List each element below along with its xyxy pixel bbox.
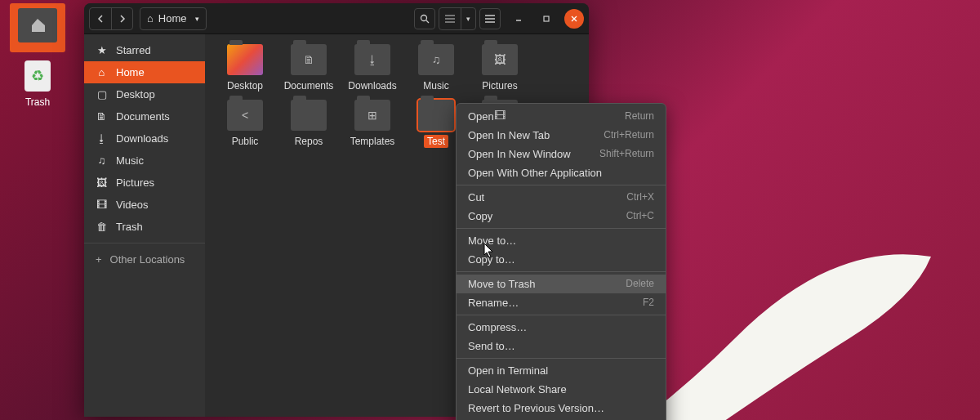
menu-item-open-in-terminal[interactable]: Open in Terminal: [457, 361, 666, 380]
maximize-button[interactable]: [537, 9, 556, 29]
menu-separator: [457, 358, 666, 359]
desktop-trash-label: Trash: [10, 96, 65, 108]
view-controls: ▾: [439, 7, 476, 30]
titlebar: ⌂ Home ▾ ▾: [84, 3, 589, 34]
close-button[interactable]: [564, 9, 584, 29]
search-button[interactable]: [414, 8, 435, 29]
svg-rect-9: [544, 16, 549, 21]
folder-icon: [227, 44, 263, 75]
folder-music[interactable]: ♫Music: [404, 44, 468, 92]
folder-label: Pictures: [482, 80, 517, 92]
folder-downloads[interactable]: ⭳Downloads: [341, 44, 404, 92]
menu-item-label: Cut: [468, 191, 484, 203]
folder-pictures[interactable]: 🖼Pictures: [468, 44, 532, 92]
menu-item-open-in-new-window[interactable]: Open In New WindowShift+Return: [457, 145, 666, 163]
folder-icon: 🗎: [291, 44, 327, 75]
menu-separator: [457, 271, 666, 272]
folder-documents[interactable]: 🗎Documents: [277, 44, 341, 92]
back-button[interactable]: [90, 8, 111, 29]
sidebar-separator: [84, 243, 205, 244]
hamburger-button[interactable]: [479, 8, 501, 29]
home-icon: ⌂: [96, 66, 108, 78]
menu-item-move-to[interactable]: Move to…: [457, 231, 666, 250]
menu-item-shortcut: Ctrl+X: [626, 191, 654, 203]
menu-item-shortcut: Delete: [626, 278, 654, 290]
star-icon: ★: [96, 44, 108, 56]
menu-item-copy-to[interactable]: Copy to…: [457, 250, 666, 269]
menu-item-compress[interactable]: Compress…: [457, 318, 666, 337]
menu-item-label: Open: [468, 110, 494, 123]
forward-button[interactable]: [111, 8, 132, 29]
desktop-icon: ▢: [96, 88, 108, 101]
menu-item-open-with-other-application[interactable]: Open With Other Application: [457, 163, 666, 182]
folder-glyph-icon: ♫: [432, 53, 441, 66]
folder-icon: 🖼: [482, 44, 518, 75]
folder-icon: ⭳: [354, 44, 390, 75]
menu-item-label: Open In New Tab: [468, 129, 550, 141]
sidebar-item-documents[interactable]: 🗎Documents: [84, 105, 205, 127]
menu-item-move-to-trash[interactable]: Move to TrashDelete: [457, 275, 666, 293]
sidebar-item-videos[interactable]: 🎞Videos: [84, 194, 205, 216]
folder-label: Music: [423, 80, 448, 92]
menu-separator: [457, 315, 666, 315]
folder-templates[interactable]: ⊞Templates: [341, 100, 404, 147]
path-bar[interactable]: ⌂ Home ▾: [140, 7, 207, 30]
menu-item-shortcut: Return: [625, 110, 654, 123]
menu-item-shortcut: F2: [643, 297, 654, 309]
sidebar-item-desktop[interactable]: ▢Desktop: [84, 83, 205, 105]
trash-icon: 🗑: [96, 221, 108, 233]
menu-item-label: Compress…: [468, 321, 527, 333]
folder-label: Public: [232, 136, 259, 147]
folder-icon: <: [227, 100, 263, 131]
context-menu: OpenReturnOpen In New TabCtrl+ReturnOpen…: [456, 103, 666, 420]
pictures-icon: 🖼: [96, 176, 108, 189]
nav-buttons: [89, 7, 133, 30]
sidebar-item-home[interactable]: ⌂Home: [84, 61, 205, 83]
folder-label: Test: [424, 135, 448, 148]
path-label: Home: [158, 12, 187, 25]
folder-label: Downloads: [348, 80, 396, 92]
menu-item-label: Revert to Previous Version…: [468, 402, 604, 414]
menu-item-label: Send to…: [468, 340, 515, 352]
folder-icon: [418, 100, 454, 131]
folder-desktop[interactable]: Desktop: [213, 44, 277, 92]
sidebar-item-starred[interactable]: ★Starred: [84, 39, 205, 61]
menu-item-local-network-share[interactable]: Local Network Share: [457, 380, 666, 399]
menu-item-cut[interactable]: CutCtrl+X: [457, 188, 666, 207]
sidebar-item-pictures[interactable]: 🖼Pictures: [84, 172, 205, 194]
menu-item-copy[interactable]: CopyCtrl+C: [457, 207, 666, 226]
minimize-button[interactable]: [509, 9, 528, 29]
folder-glyph-icon: 🖼: [494, 53, 506, 66]
desktop-trash[interactable]: ♻ Trash: [10, 60, 65, 108]
folder-icon: ⊞: [354, 100, 390, 131]
folder-glyph-icon: 🗎: [303, 53, 314, 66]
svg-point-0: [421, 15, 427, 20]
folder-glyph-icon: ⊞: [368, 109, 377, 122]
menu-item-shortcut: Ctrl+C: [626, 210, 654, 222]
menu-item-rename[interactable]: Rename…F2: [457, 293, 666, 312]
menu-item-label: Move to Trash: [468, 278, 535, 290]
folder-glyph-icon: <: [242, 109, 248, 122]
sidebar-item-downloads[interactable]: ⭳Downloads: [84, 127, 205, 150]
folder-public[interactable]: <Public: [213, 100, 277, 147]
folder-label: Repos: [295, 136, 323, 147]
folder-repos[interactable]: Repos: [277, 100, 341, 147]
documents-icon: 🗎: [96, 110, 108, 123]
menu-item-label: Copy: [468, 210, 492, 222]
desktop-home-folder[interactable]: [10, 3, 65, 52]
sidebar: ★Starred ⌂Home ▢Desktop 🗎Documents ⭳Down…: [84, 34, 205, 417]
menu-item-label: Rename…: [468, 297, 519, 309]
folder-icon: [291, 100, 327, 131]
view-dropdown-button[interactable]: ▾: [461, 8, 475, 29]
sidebar-item-music[interactable]: ♫Music: [84, 150, 205, 172]
menu-item-revert-to-previous-version[interactable]: Revert to Previous Version…: [457, 399, 666, 418]
sidebar-item-trash[interactable]: 🗑Trash: [84, 216, 205, 238]
list-view-button[interactable]: [439, 8, 461, 29]
menu-item-send-to[interactable]: Send to…: [457, 337, 666, 355]
menu-item-open[interactable]: OpenReturn: [457, 107, 666, 126]
menu-item-shortcut: Shift+Return: [599, 148, 654, 160]
sidebar-other-locations[interactable]: +Other Locations: [84, 248, 205, 270]
music-icon: ♫: [96, 154, 108, 167]
menu-item-open-in-new-tab[interactable]: Open In New TabCtrl+Return: [457, 126, 666, 145]
downloads-icon: ⭳: [96, 132, 108, 145]
